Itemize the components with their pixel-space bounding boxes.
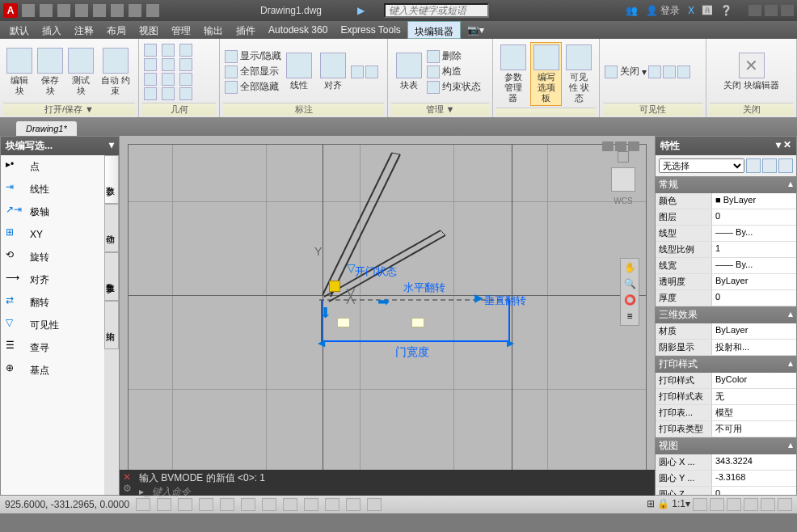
command-line[interactable]: 输入 BVMODE 的新值 <0>: 1 ▸_ 键入命令 ✕ ⚙ (120, 470, 655, 496)
flip-arrow-icon[interactable]: ➡ (317, 306, 335, 319)
palette-tab-paramsets[interactable]: 参数集 (104, 252, 119, 301)
annotation-scale[interactable]: 🔒 1:1▾ (657, 498, 690, 511)
cleanscreen-icon[interactable] (778, 498, 792, 511)
flip-arrow-icon[interactable]: ➡ (377, 293, 390, 310)
isolate-icon[interactable] (761, 498, 775, 511)
tab-annotate[interactable]: 注释 (68, 21, 100, 39)
signin-link[interactable]: 👤 登录 (646, 4, 680, 18)
geom-constraint-icon[interactable] (179, 58, 192, 71)
infocenter-icon[interactable]: 👥 (626, 5, 638, 16)
delete-constraint-button[interactable]: 删除 (427, 49, 481, 63)
panel-manage[interactable]: 管理 ▼ (391, 103, 489, 116)
block-table-button[interactable]: 块表 (393, 51, 425, 92)
viewcube[interactable] (611, 167, 635, 192)
dyn-toggle-icon[interactable] (262, 498, 276, 511)
param-rotation[interactable]: ⟲旋转 (1, 246, 104, 268)
workspace-icon[interactable] (710, 498, 724, 511)
prop-row[interactable]: 线型比例1 (656, 242, 796, 258)
cmd-close-icon[interactable]: ✕ (123, 471, 131, 483)
qat-new-icon[interactable] (22, 4, 35, 17)
coordinates[interactable]: 925.6000, -331.2965, 0.0000 (5, 499, 129, 510)
palette-header[interactable]: 块编写选...▾ (1, 137, 119, 155)
param-point[interactable]: ▸•点 (1, 155, 104, 178)
tab-featured-icon[interactable]: 📷▾ (461, 21, 491, 39)
tab-express[interactable]: Express Tools (334, 21, 407, 39)
tab-a360[interactable]: Autodesk 360 (262, 21, 334, 39)
save-block-button[interactable]: 保存 块 (36, 46, 65, 98)
qp-toggle-icon[interactable] (325, 498, 339, 511)
linear-dim-button[interactable]: 线性 (283, 51, 315, 92)
canvas-min-icon[interactable] (602, 141, 614, 151)
close-icon[interactable] (781, 5, 794, 16)
exchange-icon[interactable]: Ⅹ (688, 5, 694, 16)
param-alignment[interactable]: ⟶对齐 (1, 268, 104, 291)
otrack-toggle-icon[interactable] (241, 498, 255, 511)
param-xy[interactable]: ⊞XY (1, 223, 104, 246)
qat-print-icon[interactable] (111, 4, 124, 17)
qat-cloud-icon[interactable] (93, 4, 106, 17)
geom-constraint-icon[interactable] (144, 73, 157, 86)
prop-section-header[interactable]: 视图▴ (656, 437, 796, 454)
prop-row[interactable]: 打印样式ByColor (656, 373, 796, 389)
lwt-toggle-icon[interactable] (283, 498, 297, 511)
vis-icon[interactable] (677, 65, 690, 78)
dim-extra-icon[interactable] (365, 65, 378, 78)
canvas-close-icon[interactable] (628, 141, 639, 151)
param-visibility[interactable]: ▽可见性 (1, 314, 104, 336)
panel-menu-icon[interactable]: ▾ ✕ (776, 139, 791, 153)
tab-default[interactable]: 默认 (3, 21, 36, 39)
show-hide-button[interactable]: 显示/隐藏 (225, 49, 281, 63)
tab-view[interactable]: 视图 (133, 21, 165, 39)
vis-icon[interactable] (648, 65, 661, 78)
prop-row[interactable]: 圆心 X ...343.3224 (656, 454, 796, 471)
prop-row[interactable]: 材质ByLayer (656, 323, 796, 340)
snap-toggle-icon[interactable] (136, 498, 150, 511)
toolbar-lock-icon[interactable] (727, 498, 741, 511)
prop-section-header[interactable]: 三维效果▴ (656, 306, 796, 323)
qat-redo-icon[interactable] (146, 4, 159, 17)
param-polar[interactable]: ↗⇥极轴 (1, 201, 104, 223)
qat-undo-icon[interactable] (129, 4, 141, 17)
auto-constrain-button[interactable]: 自动 约束 (97, 46, 133, 98)
navbar-wheel-icon[interactable]: ≡ (626, 310, 632, 322)
am-toggle-icon[interactable] (367, 498, 382, 511)
geom-constraint-icon[interactable] (144, 87, 157, 100)
grid-toggle-icon[interactable] (157, 498, 171, 511)
flip-grip-icon[interactable]: ▶ (474, 291, 483, 304)
drawing-area[interactable]: Y ╳ 开门状态 水平翻转 垂直翻转 ➡ ▶ ➡ ▽ 门宽度 ◀ ▶ (120, 136, 655, 496)
hide-all-button[interactable]: 全部隐藏 (225, 80, 281, 94)
panel-open-save[interactable]: 打开/保存 ▼ (3, 103, 135, 116)
qat-saveas-icon[interactable] (75, 4, 88, 17)
tab-plugins[interactable]: 插件 (230, 21, 262, 39)
param-manager-button[interactable]: 参数 管理器 (498, 43, 529, 105)
tpy-toggle-icon[interactable] (304, 498, 318, 511)
tab-blockeditor[interactable]: 块编辑器 (407, 21, 461, 39)
prop-row[interactable]: 图层0 (656, 209, 796, 226)
prop-section-header[interactable]: 打印样式▴ (656, 356, 796, 373)
test-block-button[interactable]: 测试 块 (66, 46, 95, 98)
tab-output[interactable]: 输出 (197, 21, 230, 39)
action-icon[interactable] (411, 318, 424, 327)
tab-manage[interactable]: 管理 (165, 21, 197, 39)
quickselect-icon[interactable] (746, 158, 761, 173)
canvas-max-icon[interactable] (615, 141, 626, 151)
ortho-toggle-icon[interactable] (178, 498, 192, 511)
palette-tab-parameters[interactable]: 参数 (104, 155, 119, 204)
command-input[interactable]: 键入命令 (152, 486, 191, 497)
stayconnected-icon[interactable]: 🅰 (702, 5, 712, 16)
cmd-config-icon[interactable]: ⚙ (123, 483, 132, 494)
properties-header[interactable]: 特性▾ ✕ (656, 137, 796, 155)
hardware-accel-icon[interactable] (744, 498, 758, 511)
navbar-pan-icon[interactable]: ✋ (624, 262, 636, 273)
action-icon[interactable] (337, 318, 350, 327)
search-input[interactable] (384, 3, 489, 18)
geom-constraint-icon[interactable] (179, 44, 192, 57)
prop-row[interactable]: 透明度ByLayer (656, 274, 796, 290)
geom-constraint-icon[interactable] (144, 44, 157, 57)
app-logo-icon[interactable]: A (3, 3, 18, 18)
polar-toggle-icon[interactable] (199, 498, 213, 511)
param-linear[interactable]: ⇥线性 (1, 178, 104, 201)
prop-row[interactable]: 打印表...模型 (656, 405, 796, 421)
construction-button[interactable]: 构造 (427, 65, 481, 78)
visibility-grip-icon[interactable]: ▽ (347, 261, 356, 274)
